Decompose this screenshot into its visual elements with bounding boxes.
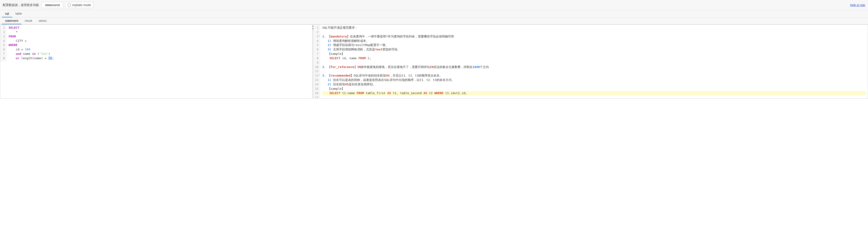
sql-editor-pane: 12345678 SELECT *FROM CITY cWHERE id = 1… [0, 25, 312, 98]
editor-area: 12345678 SELECT *FROM CITY cWHERE id = 1… [0, 25, 868, 98]
subtab-stress[interactable]: stress [35, 18, 50, 24]
subtab-result[interactable]: result [22, 18, 35, 24]
result-editor-code[interactable]: SQL可能不满足规范要求： 1. 【mandatory】在表查询中，一律不要使用… [320, 25, 868, 98]
datasource-button[interactable]: datasource [41, 2, 63, 8]
help-link[interactable]: help or star [850, 3, 865, 7]
main-tabs: sqltable [0, 10, 868, 18]
tab-table[interactable]: table [12, 10, 25, 17]
result-editor-pane: 12345678910111213141516171819202122 ▾▾ S… [314, 25, 868, 98]
sub-tabs: statementresultstress [0, 18, 868, 25]
mybatis-mode-checkbox[interactable]: mybatis mode [65, 2, 93, 8]
toolbar: 配置数据源，使用更多功能 datasource mybatis mode hel… [0, 0, 868, 10]
fold-marker-icon[interactable]: ▾ [319, 74, 320, 77]
sql-editor-gutter: 12345678 [0, 25, 7, 61]
mybatis-mode-label: mybatis mode [72, 3, 91, 7]
sql-editor-code[interactable]: SELECT *FROM CITY cWHERE id = 100 and na… [7, 25, 312, 98]
subtab-statement[interactable]: statement [2, 18, 22, 24]
fold-marker-icon[interactable]: ▾ [319, 34, 320, 37]
mybatis-mode-input[interactable] [68, 3, 71, 6]
toolbar-label: 配置数据源，使用更多功能 [3, 3, 39, 7]
tab-sql[interactable]: sql [2, 10, 12, 17]
